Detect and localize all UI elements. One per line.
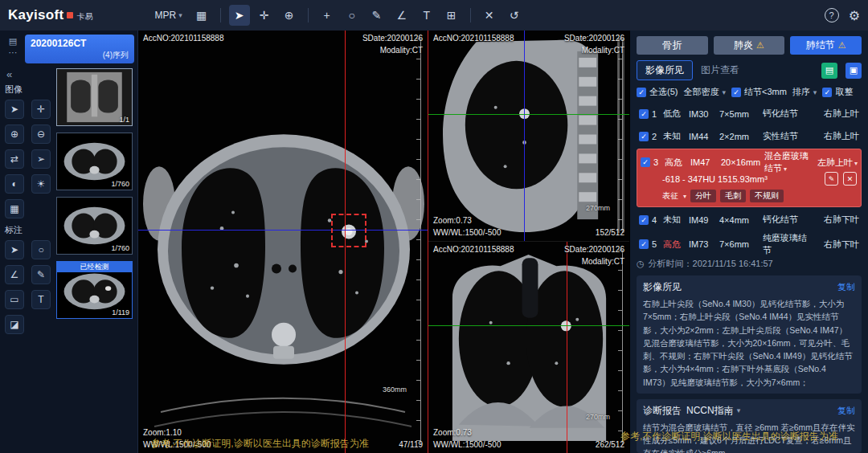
- series-thumbnail-scout[interactable]: 1/1: [56, 68, 133, 126]
- annotate-ellipse-icon[interactable]: ○: [31, 240, 51, 259]
- delete-annotation-button[interactable]: ✕: [479, 5, 500, 26]
- image-tools-grid: ➤ ✛ ⊕ ⊖ ⇄ ➢ ◐ ☀ ▦: [5, 100, 55, 218]
- image-export-icon[interactable]: ▣: [845, 63, 862, 79]
- ellipse-tool-button[interactable]: ○: [342, 5, 362, 26]
- nodule-index: 4: [652, 215, 663, 225]
- checkbox-checked[interactable]: ✓: [639, 215, 649, 225]
- checkbox-checked[interactable]: ✓: [637, 88, 646, 97]
- nodule-row-5[interactable]: ✓ 5 高危 IM73 7×6mm 纯磨玻璃结节 右肺下叶: [637, 232, 862, 252]
- checkbox-checked[interactable]: ✓: [639, 132, 649, 141]
- checkbox-checked[interactable]: ✓: [639, 239, 649, 249]
- invert-icon[interactable]: ◐: [5, 174, 24, 194]
- locate-icon[interactable]: ➢: [31, 149, 51, 169]
- mpr-dropdown[interactable]: MPR ▾: [149, 6, 186, 24]
- edit-nodule-button[interactable]: ✎: [825, 172, 838, 186]
- sagittal-crosshair-horizontal[interactable]: [428, 114, 629, 115]
- nodule-roi-box[interactable]: [331, 214, 366, 247]
- mode-pneumonia-button[interactable]: 肺炎 ⚠: [714, 36, 785, 55]
- feature-chip-lobulation[interactable]: 分叶: [690, 190, 716, 202]
- filter-small-nodule[interactable]: ✓ 结节<3mm: [731, 86, 787, 98]
- report-icon[interactable]: ▤: [821, 63, 837, 79]
- sidebar-tools-column: « 图像 ➤ ✛ ⊕ ⊖ ⇄ ➢ ◐ ☀ ▦ 标注 ➤: [0, 66, 55, 453]
- copy-findings-button[interactable]: 复制: [837, 281, 855, 293]
- feature-chip-spiculation[interactable]: 毛刺: [720, 190, 746, 202]
- coronal-crosshair-horizontal[interactable]: [428, 325, 629, 326]
- coronal-viewport[interactable]: 270mm AccNO:202101158888 SDate:20200126 …: [428, 242, 629, 453]
- angle-tool-button[interactable]: ∠: [391, 5, 412, 26]
- nodule-im: IM73: [689, 239, 719, 249]
- sagittal-crosshair-vertical[interactable]: [524, 31, 525, 241]
- nodule-location-dropdown[interactable]: 左肺上叶▾: [811, 157, 858, 169]
- series-thumbnail-detected[interactable]: 已经检测 1/119: [56, 261, 133, 319]
- analysis-time-label: 分析时间：2021/11/15 16:41:57: [649, 258, 773, 270]
- viewport-zone: 360mm AccNO:202101158888 SDate:20200126 …: [138, 31, 630, 453]
- coronal-window-labels: Zoom:0.73 WW/WL:1500/-500: [433, 427, 501, 451]
- checkbox-checked[interactable]: ✓: [822, 88, 832, 97]
- series-thumbnail-axial-2[interactable]: 1/760: [56, 197, 133, 255]
- checkbox-checked[interactable]: ✓: [641, 157, 650, 167]
- nodule-row-1[interactable]: ✓ 1 低危 IM30 7×5mm 钙化结节 右肺上叶: [637, 104, 862, 124]
- annotate-rect-icon[interactable]: ▭: [5, 290, 24, 309]
- crosshair-tool-button[interactable]: +: [317, 5, 338, 26]
- features-label: 表征: [662, 190, 678, 202]
- axial-crosshair-horizontal[interactable]: [138, 230, 428, 231]
- window-level-icon[interactable]: ▦: [5, 199, 24, 218]
- copy-report-button[interactable]: 复制: [837, 405, 855, 417]
- series-thumbnail-axial-1[interactable]: 1/760: [56, 133, 133, 190]
- filter-select-all[interactable]: ✓ 全选(5): [637, 86, 678, 98]
- annotate-cursor-icon[interactable]: ➤: [5, 240, 24, 259]
- checkbox-checked[interactable]: ✓: [639, 109, 649, 119]
- nodule-row-2[interactable]: ✓ 2 未知 IM44 2×2mm 实性结节 右肺上叶: [637, 126, 862, 146]
- nodule-index: 5: [652, 239, 663, 249]
- nodule-row-3[interactable]: ✓ 3 高危 IM47 20×16mm 混合磨玻璃结节▾ 左肺上叶▾: [640, 150, 858, 171]
- zoom-out-icon[interactable]: ⊖: [31, 124, 51, 144]
- filter-round[interactable]: ✓ 取整: [822, 86, 853, 98]
- eraser-icon[interactable]: ◪: [5, 315, 24, 334]
- axial-viewport[interactable]: 360mm AccNO:202101158888 SDate:20200126 …: [138, 31, 428, 453]
- brightness-icon[interactable]: ☀: [31, 174, 51, 194]
- report-title: 诊断报告: [643, 404, 682, 418]
- zoom-in-icon[interactable]: ⊕: [5, 124, 24, 144]
- checkbox-checked[interactable]: ✓: [731, 88, 741, 97]
- pencil-tool-button[interactable]: ✎: [366, 5, 387, 26]
- nodule-type-dropdown[interactable]: 混合磨玻璃结节▾: [764, 150, 811, 174]
- logo-text: Kayisoft: [8, 7, 63, 23]
- reset-view-button[interactable]: ↺: [504, 5, 525, 26]
- tab-image-view[interactable]: 图片查看: [701, 63, 739, 77]
- nodule-row-4[interactable]: ✓ 4 未知 IM49 4×4mm 钙化结节 右肺下叶: [637, 210, 862, 230]
- tab-findings[interactable]: 影像所见: [637, 60, 693, 80]
- cursor-tool-button[interactable]: ➤: [229, 5, 250, 26]
- annotate-text-icon[interactable]: T: [31, 290, 51, 309]
- more-icon[interactable]: ⋯: [9, 47, 18, 58]
- panel-tabs: 影像所见 图片查看 ▤ ▣: [637, 60, 862, 80]
- gear-icon[interactable]: ⚙: [849, 8, 860, 23]
- delete-nodule-button[interactable]: ✕: [843, 172, 857, 186]
- coronal-crosshair-vertical[interactable]: [567, 242, 567, 453]
- sagittal-viewport[interactable]: 270mm AccNO:202101158888 SDate:20200126 …: [428, 31, 629, 242]
- filter-density-dropdown[interactable]: 全部密度 ▾: [683, 86, 726, 98]
- guideline-dropdown[interactable]: NCCN指南 ▾: [686, 404, 740, 418]
- patient-card[interactable]: 20200126CT (4)序列: [25, 35, 134, 63]
- annotate-pencil-icon[interactable]: ✎: [31, 265, 51, 284]
- nodule-risk: 高危: [665, 157, 690, 169]
- measure-tool-button[interactable]: ⊞: [441, 5, 462, 26]
- flip-icon[interactable]: ⇄: [5, 149, 24, 169]
- text-tool-button[interactable]: T: [416, 5, 437, 26]
- filter-sort-dropdown[interactable]: 排序 ▾: [792, 86, 817, 98]
- pan-icon[interactable]: ✛: [31, 100, 51, 119]
- annotate-angle-icon[interactable]: ∠: [5, 265, 24, 284]
- mode-lung-nodule-button[interactable]: 肺结节 ⚠: [790, 36, 862, 55]
- pan-tool-button[interactable]: ✛: [254, 5, 275, 26]
- series-list-icon[interactable]: ▤: [9, 36, 17, 47]
- mode-fracture-button[interactable]: 骨折: [637, 36, 708, 55]
- layout-grid-icon[interactable]: ▦: [191, 5, 212, 26]
- help-icon[interactable]: ?: [825, 8, 839, 22]
- features-dropdown[interactable]: 表征▾: [662, 190, 686, 202]
- collapse-sidebar-button[interactable]: «: [5, 67, 55, 81]
- detected-badge: 已经检测: [57, 262, 132, 272]
- nodule-row-3-selected[interactable]: ✓ 3 高危 IM47 20×16mm 混合磨玻璃结节▾ 左肺上叶▾ -618 …: [637, 149, 862, 207]
- zoom-tool-button[interactable]: ⊕: [279, 5, 300, 26]
- feature-chip-irregular[interactable]: 不规则: [750, 190, 784, 202]
- coronal-slice-counter: 262/512: [596, 439, 624, 451]
- cursor-icon[interactable]: ➤: [5, 100, 24, 119]
